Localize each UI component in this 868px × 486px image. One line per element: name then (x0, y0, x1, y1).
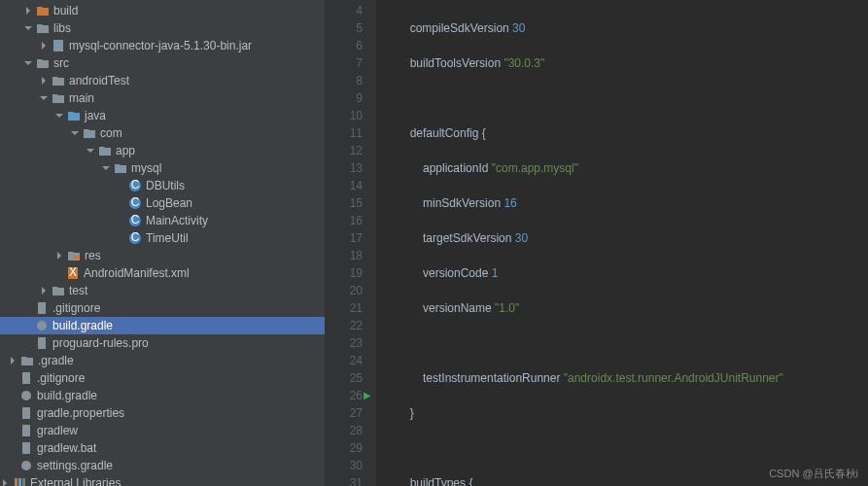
svg-rect-1 (54, 42, 62, 44)
file-icon (19, 406, 33, 420)
tree-item-manifest[interactable]: XAndroidManifest.xml (0, 264, 325, 282)
svg-text:X: X (69, 266, 77, 279)
tree-item-res[interactable]: res (0, 247, 325, 264)
svg-text:C: C (131, 231, 140, 244)
folder-icon (67, 249, 81, 262)
tree-label: AndroidManifest.xml (84, 266, 190, 280)
tree-item-dbutils[interactable]: CDBUtils (0, 177, 325, 194)
tree-item-libs[interactable]: libs (0, 19, 325, 37)
folder-icon (52, 91, 65, 105)
tree-item-gradlew[interactable]: gradlew (0, 422, 325, 439)
file-icon (19, 441, 33, 455)
tree-item-gitignore[interactable]: .gitignore (0, 299, 325, 317)
tree-item-mysql[interactable]: mysql (0, 159, 325, 177)
tree-item-androidtest[interactable]: androidTest (0, 72, 325, 89)
svg-rect-21 (22, 407, 30, 419)
tree-item-proguard[interactable]: proguard-rules.pro (0, 334, 325, 352)
tree-label: TimeUtil (146, 231, 189, 245)
tree-item-test[interactable]: test (0, 282, 325, 299)
file-icon (19, 371, 33, 385)
svg-point-17 (37, 321, 47, 330)
tree-item-timeutil[interactable]: CTimeUtil (0, 229, 325, 247)
class-icon: C (128, 179, 142, 192)
chevron-right-icon (23, 6, 33, 16)
tree-item-logbean[interactable]: CLogBean (0, 194, 325, 212)
tree-item-buildgradle2[interactable]: build.gradle (0, 387, 325, 404)
tree-label: gradlew.bat (37, 441, 96, 455)
tree-label: MainActivity (146, 214, 208, 227)
svg-text:C: C (131, 196, 140, 209)
tree-item-com[interactable]: com (0, 124, 325, 142)
svg-point-4 (119, 168, 122, 172)
chevron-down-icon (54, 111, 64, 121)
class-icon: C (128, 214, 142, 227)
svg-point-20 (21, 391, 31, 400)
code-content[interactable]: compileSdkVersion 30 buildToolsVersion "… (376, 0, 868, 486)
file-icon (35, 336, 49, 350)
tree-item-src[interactable]: src (0, 54, 325, 72)
tree-item-gitignore2[interactable]: .gitignore (0, 369, 325, 387)
tree-label: com (100, 126, 122, 140)
tree-item-external-libraries[interactable]: External Libraries (0, 474, 325, 486)
chevron-right-icon (39, 41, 49, 51)
svg-rect-25 (15, 478, 17, 486)
tree-item-app[interactable]: app (0, 142, 325, 159)
folder-icon (36, 56, 50, 70)
tree-label: External Libraries (30, 476, 121, 486)
svg-rect-18 (38, 337, 46, 349)
run-gutter-icon[interactable]: ▶ (364, 387, 371, 404)
svg-text:C: C (131, 179, 140, 191)
tree-label: build.gradle (52, 319, 113, 332)
folder-icon (52, 74, 65, 87)
tree-item-gradle[interactable]: .gradle (0, 352, 325, 369)
tree-item-mainactivity[interactable]: CMainActivity (0, 212, 325, 229)
chevron-right-icon (8, 356, 17, 365)
line-gutter: 45678910111213141516171819202122232425▶2… (326, 0, 376, 486)
svg-text:C: C (131, 214, 140, 226)
tree-label: DBUtils (146, 179, 185, 192)
chevron-down-icon (86, 146, 95, 156)
tree-label: LogBean (146, 196, 192, 210)
folder-icon (67, 109, 81, 122)
svg-rect-26 (18, 478, 21, 486)
gradle-icon (35, 319, 49, 332)
tree-item-build[interactable]: build (0, 2, 325, 19)
tree-item-gradlewbat[interactable]: gradlew.bat (0, 439, 325, 457)
svg-rect-23 (22, 442, 30, 454)
chevron-right-icon (39, 286, 49, 295)
chevron-down-icon (101, 163, 111, 173)
chevron-down-icon (70, 128, 80, 138)
tree-label: libs (53, 21, 71, 35)
tree-item-gradleprops[interactable]: gradle.properties (0, 404, 325, 422)
package-icon (83, 126, 96, 140)
gradle-icon (19, 459, 33, 472)
file-icon (35, 301, 49, 315)
project-tree[interactable]: build libs mysql-connector-java-5.1.30-b… (0, 0, 326, 486)
tree-label: .gitignore (52, 301, 100, 315)
code-editor[interactable]: 45678910111213141516171819202122232425▶2… (326, 0, 868, 486)
tree-item-jar[interactable]: mysql-connector-java-5.1.30-bin.jar (0, 37, 325, 54)
tree-label: gradlew (37, 424, 78, 437)
tree-label: src (53, 56, 69, 70)
tree-label: settings.gradle (37, 459, 113, 472)
gradle-icon (19, 389, 33, 402)
package-icon (114, 161, 127, 175)
tree-label: test (69, 284, 87, 297)
svg-rect-16 (38, 302, 46, 314)
folder-icon (52, 284, 65, 297)
tree-label: build.gradle (37, 389, 97, 402)
chevron-right-icon (39, 76, 49, 86)
folder-icon (20, 354, 34, 367)
tree-item-java[interactable]: java (0, 107, 325, 124)
class-icon: C (128, 231, 142, 245)
chevron-down-icon (23, 58, 33, 68)
tree-label: proguard-rules.pro (52, 336, 149, 350)
tree-item-settings[interactable]: settings.gradle (0, 457, 325, 474)
tree-label: .gradle (38, 354, 74, 367)
tree-label: res (85, 249, 101, 262)
tree-item-main[interactable]: main (0, 89, 325, 107)
tree-item-buildgradle[interactable]: build.gradle (0, 317, 325, 334)
tree-label: java (85, 109, 106, 122)
svg-point-3 (103, 151, 107, 155)
folder-icon (36, 21, 50, 35)
